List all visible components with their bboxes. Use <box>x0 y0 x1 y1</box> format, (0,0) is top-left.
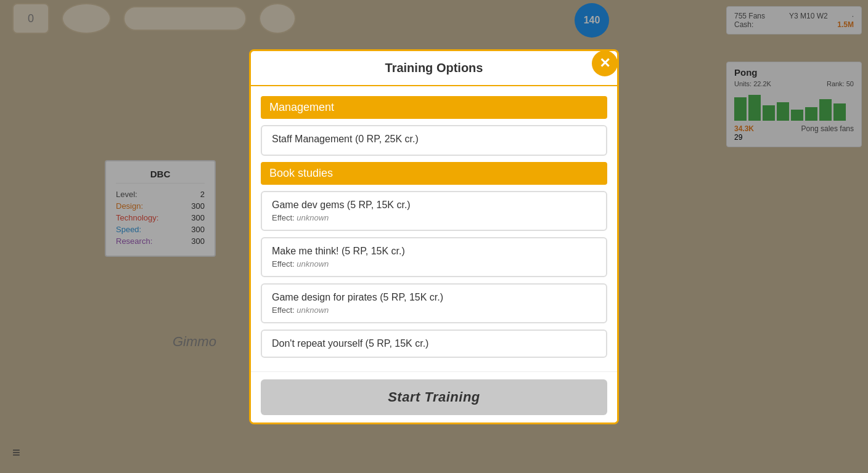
training-modal: ✕ Training Options Management Staff Mana… <box>249 49 619 424</box>
option-game-dev-gems-effect: Effect: unknown <box>272 213 596 222</box>
option-game-dev-gems-title: Game dev gems (5 RP, 15K cr.) <box>272 200 596 211</box>
option-game-dev-gems[interactable]: Game dev gems (5 RP, 15K cr.) Effect: un… <box>261 191 607 231</box>
option-staff-management-title: Staff Management (0 RP, 25K cr.) <box>272 134 596 145</box>
section-management: Management <box>261 96 607 119</box>
option-game-design-pirates-title: Game design for pirates (5 RP, 15K cr.) <box>272 292 596 303</box>
modal-overlay: ✕ Training Options Management Staff Mana… <box>0 0 868 473</box>
option-staff-management[interactable]: Staff Management (0 RP, 25K cr.) <box>261 125 607 156</box>
close-button[interactable]: ✕ <box>590 49 619 78</box>
start-training-button[interactable]: Start Training <box>261 379 607 415</box>
option-make-me-think[interactable]: Make me think! (5 RP, 15K cr.) Effect: u… <box>261 237 607 277</box>
modal-body[interactable]: Management Staff Management (0 RP, 25K c… <box>251 86 617 371</box>
option-dont-repeat-title: Don't repeat yourself (5 RP, 15K cr.) <box>272 338 596 349</box>
option-make-me-think-effect: Effect: unknown <box>272 259 596 269</box>
modal-footer: Start Training <box>251 371 617 422</box>
option-game-design-pirates[interactable]: Game design for pirates (5 RP, 15K cr.) … <box>261 283 607 323</box>
section-book-studies: Book studies <box>261 162 607 185</box>
option-game-design-pirates-effect: Effect: unknown <box>272 305 596 315</box>
modal-title: Training Options <box>251 51 617 86</box>
option-make-me-think-title: Make me think! (5 RP, 15K cr.) <box>272 246 596 257</box>
option-dont-repeat[interactable]: Don't repeat yourself (5 RP, 15K cr.) <box>261 329 607 358</box>
